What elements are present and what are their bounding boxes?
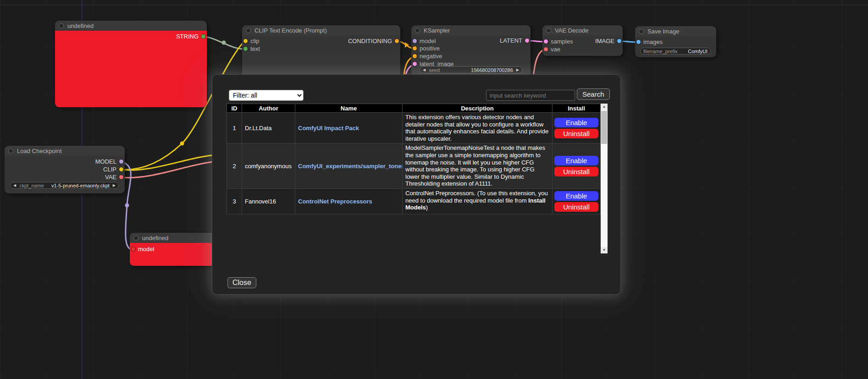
input-port-model[interactable] (131, 247, 135, 251)
widget-value: ComfyUI (688, 49, 708, 54)
enable-button[interactable]: Enable (554, 156, 598, 165)
node-save-image[interactable]: Save Image images filename_prefix ComfyU… (635, 26, 716, 57)
input-label: positive (420, 45, 440, 52)
scroll-down-icon[interactable]: ▼ (601, 247, 608, 253)
collapse-dot-icon[interactable] (639, 29, 644, 34)
input-port-negative[interactable] (413, 54, 417, 58)
col-header-name: Name (295, 104, 403, 113)
input-label: samples (551, 38, 573, 45)
cell-name: ComfyUI Impact Pack (295, 113, 403, 143)
node-title: Save Image (647, 28, 679, 35)
node-body (55, 31, 207, 107)
output-port-clip[interactable] (119, 167, 123, 171)
extension-link[interactable]: ComfyUI Impact Pack (298, 125, 359, 132)
input-label: images (643, 38, 663, 45)
node-header[interactable]: Load Checkpoint (5, 146, 125, 156)
node-load-checkpoint[interactable]: Load Checkpoint MODEL CLIP VAE ◀ ckpt_na… (5, 146, 125, 193)
node-title: KSampler (424, 27, 450, 34)
widget-label: ckpt_name (19, 183, 44, 188)
cell-description: ControlNet Preprocessors. (To use this e… (403, 188, 553, 214)
output-port-model[interactable] (119, 159, 123, 164)
col-header-author: Author (242, 104, 295, 113)
cell-author: Fannovel16 (242, 188, 295, 214)
search-input[interactable] (486, 90, 575, 101)
extensions-table-body: 1Dr.Lt.DataComfyUI Impact PackThis exten… (227, 113, 601, 214)
node-title: undefined (67, 22, 94, 29)
widget-decrement-icon[interactable]: ◀ (423, 67, 426, 73)
wire-clip-branch (122, 155, 216, 170)
scrollbar-thumb[interactable] (601, 111, 607, 144)
uninstall-button[interactable]: Uninstall (554, 202, 598, 212)
widget-label: seed (429, 67, 440, 73)
node-vae-decode[interactable]: VAE Decode samples IMAGE vae (542, 25, 623, 56)
enable-button[interactable]: Enable (554, 191, 598, 201)
output-port-conditioning[interactable] (395, 39, 399, 43)
output-port-string[interactable] (201, 34, 205, 38)
input-port-samples[interactable] (544, 39, 548, 44)
input-port-text[interactable] (243, 47, 248, 51)
comfyui-canvas[interactable]: undefined STRING CLIP Text Encode (Promp… (0, 0, 868, 379)
widget-prev-icon[interactable]: ◀ (13, 182, 16, 188)
ckpt-name-widget[interactable]: ◀ ckpt_name v1-5-pruned-emaonly.ckpt ▶ (10, 182, 119, 189)
widget-increment-icon[interactable]: ▶ (516, 67, 519, 73)
output-port-image[interactable] (617, 39, 621, 43)
seed-widget[interactable]: ◀ seed 156680208700286 ▶ (420, 66, 522, 73)
extensions-table-container: ID Author Name Description Install 1Dr.L… (227, 104, 608, 253)
table-row: 2comfyanonymousComfyUI_experiments/sampl… (227, 143, 601, 189)
collapse-dot-icon[interactable] (415, 28, 420, 33)
node-title: Load Checkpoint (17, 148, 62, 154)
filter-select[interactable]: Filter: all (229, 90, 304, 101)
collapse-dot-icon[interactable] (546, 28, 551, 33)
extension-link[interactable]: ControlNet Preprocessors (298, 198, 372, 205)
node-header[interactable]: VAE Decode (542, 25, 623, 35)
output-label: CONDITIONING (348, 38, 392, 45)
output-port-vae[interactable] (119, 175, 123, 179)
col-header-description: Description (403, 104, 553, 113)
uninstall-button[interactable]: Uninstall (554, 167, 598, 176)
custom-nodes-manager-dialog: Filter: all Search ID Author Name Descri… (212, 74, 621, 295)
input-port-latent-image[interactable] (413, 62, 417, 66)
filename-prefix-widget[interactable]: filename_prefix ComfyUI (640, 48, 711, 55)
table-scrollbar[interactable]: ▲ ▼ (601, 104, 608, 253)
widget-next-icon[interactable]: ▶ (113, 182, 116, 188)
node-header[interactable]: undefined (55, 21, 207, 31)
input-port-clip[interactable] (243, 39, 248, 43)
scroll-up-icon[interactable]: ▲ (601, 104, 608, 110)
wire-midpoint-dot (222, 41, 226, 45)
node-header[interactable]: CLIP Text Encode (Prompt) (242, 25, 400, 35)
cell-install: EnableUninstall (553, 143, 601, 189)
input-port-model[interactable] (413, 39, 417, 43)
output-port-latent[interactable] (525, 38, 529, 43)
input-port-images[interactable] (636, 40, 641, 44)
widget-value: v1-5-pruned-emaonly.ckpt (51, 183, 110, 188)
collapse-dot-icon[interactable] (133, 236, 138, 241)
input-port-vae[interactable] (544, 47, 548, 51)
collapse-dot-icon[interactable] (246, 28, 251, 33)
input-label: model (420, 38, 436, 44)
cell-author: comfyanonymous (242, 143, 295, 189)
node-title: undefined (142, 235, 168, 242)
node-title: VAE Decode (555, 27, 588, 34)
extensions-table: ID Author Name Description Install 1Dr.L… (227, 104, 601, 214)
close-button[interactable]: Close (227, 277, 256, 288)
cell-id: 3 (227, 188, 242, 214)
input-label: clip (250, 38, 260, 44)
node-header[interactable]: Save Image (635, 26, 716, 36)
enable-button[interactable]: Enable (554, 118, 598, 127)
node-undefined-top[interactable]: undefined STRING (55, 21, 207, 107)
node-ksampler[interactable]: KSampler model LATENT positive negative … (411, 25, 531, 80)
cell-name: ComfyUI_experiments/sampler_tonemap (295, 143, 403, 189)
input-port-positive[interactable] (413, 46, 417, 50)
cell-install: EnableUninstall (553, 113, 601, 143)
collapse-dot-icon[interactable] (59, 23, 64, 28)
cell-name: ControlNet Preprocessors (295, 188, 403, 214)
wire-midpoint-dot (125, 203, 129, 208)
uninstall-button[interactable]: Uninstall (554, 129, 598, 138)
input-label: model (138, 246, 154, 253)
collapse-dot-icon[interactable] (8, 148, 13, 154)
extension-link[interactable]: ComfyUI_experiments/sampler_tonemap (298, 163, 403, 170)
cell-author: Dr.Lt.Data (242, 113, 295, 143)
search-button[interactable]: Search (577, 88, 610, 100)
node-header[interactable]: KSampler (411, 25, 531, 35)
wire-midpoint-dot (180, 142, 184, 146)
